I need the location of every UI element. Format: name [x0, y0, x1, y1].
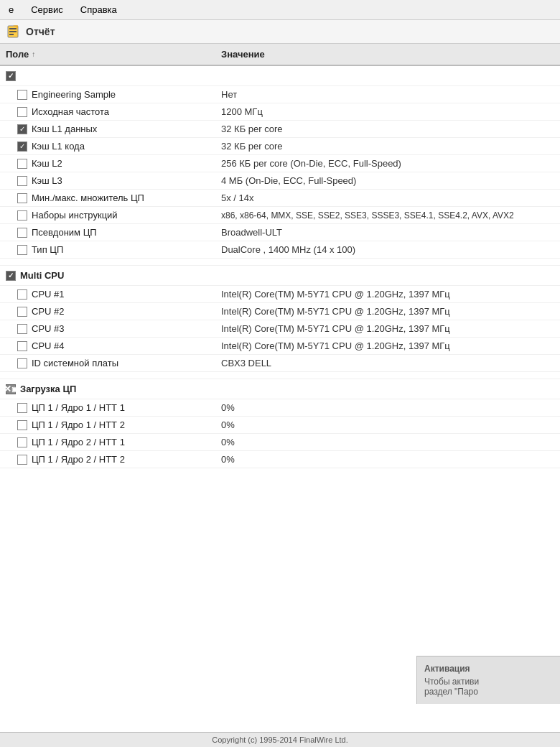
table-row[interactable]: ЦП 1 / Ядро 1 / НТТ 2 0% [0, 417, 560, 434]
table-row[interactable]: Кэш L1 кода 32 КБ per core [0, 138, 560, 155]
table-row[interactable]: Псевдоним ЦП Broadwell-ULT [0, 224, 560, 241]
field-load-1-2-1: ЦП 1 / Ядро 2 / НТТ 1 [0, 435, 215, 450]
table-row[interactable]: CPU #2 Intel(R) Core(TM) M-5Y71 CPU @ 1.… [0, 303, 560, 320]
checkbox-alias[interactable] [17, 228, 27, 238]
field-load-1-1-2: ЦП 1 / Ядро 1 / НТТ 2 [0, 417, 215, 432]
section-label-cpu-load: ✕ Загрузка ЦП [0, 381, 215, 396]
activation-line1: Чтобы активи [424, 677, 553, 687]
table-row[interactable]: CPU #3 Intel(R) Core(TM) M-5Y71 CPU @ 1.… [0, 320, 560, 338]
field-cpu3: CPU #3 [0, 321, 215, 336]
status-text: Copyright (c) 1995-2014 FinalWire Ltd. [212, 736, 348, 744]
toolbar: Отчёт [0, 20, 560, 44]
table-row[interactable]: ЦП 1 / Ядро 2 / НТТ 1 0% [0, 434, 560, 451]
field-alias: Псевдоним ЦП [0, 225, 215, 240]
section-label-multi-cpu: Multi CPU [0, 268, 215, 283]
table-row[interactable]: Кэш L2 256 КБ per core (On-Die, ECC, Ful… [0, 155, 560, 172]
value-cpu1: Intel(R) Core(TM) M-5Y71 CPU @ 1.20GHz, … [215, 287, 560, 302]
checkbox-cpu2[interactable] [17, 307, 27, 317]
status-bar: Copyright (c) 1995-2014 FinalWire Ltd. [0, 732, 560, 747]
table-row[interactable]: CPU #4 Intel(R) Core(TM) M-5Y71 CPU @ 1.… [0, 338, 560, 355]
svg-rect-1 [9, 28, 17, 29]
checkbox-load-1-2-1[interactable] [17, 437, 27, 447]
value-load-1-1-2: 0% [215, 417, 560, 432]
activation-line2: раздел "Паро [424, 687, 553, 697]
checkbox-isa[interactable] [17, 210, 27, 221]
table-row[interactable]: Кэш L3 4 МБ (On-Die, ECC, Full-Speed) [0, 172, 560, 190]
value-cpu-type: DualCore , 1400 MHz (14 x 100) [215, 242, 560, 257]
field-load-1-2-2: ЦП 1 / Ядро 2 / НТТ 2 [0, 452, 215, 467]
field-l1d: Кэш L1 данных [0, 121, 215, 136]
table-header: Поле ↑ Значение [0, 44, 560, 66]
report-icon [6, 24, 20, 39]
field-engineering-sample: Engineering Sample [0, 87, 215, 102]
checkbox-load-1-1-2[interactable] [17, 420, 27, 430]
table-row[interactable]: Наборы инструкций x86, x86-64, MMX, SSE,… [0, 207, 560, 224]
menubar: е Сервис Справка [0, 0, 560, 20]
svg-rect-2 [9, 31, 17, 32]
table-row[interactable]: Тип ЦП DualCore , 1400 MHz (14 x 100) [0, 241, 560, 259]
main-window: е Сервис Справка Отчёт Поле ↑ Значение [0, 0, 560, 747]
activation-overlay: Активация Чтобы активи раздел "Паро [416, 656, 560, 704]
field-l1i: Кэш L1 кода [0, 139, 215, 154]
table-row[interactable]: ЦП 1 / Ядро 1 / НТТ 1 0% [0, 399, 560, 417]
checkbox-l3[interactable] [17, 176, 27, 186]
table-row[interactable]: CPU #1 Intel(R) Core(TM) M-5Y71 CPU @ 1.… [0, 286, 560, 303]
checkbox-cpu1[interactable] [17, 289, 27, 300]
value-cpu4: Intel(R) Core(TM) M-5Y71 CPU @ 1.20GHz, … [215, 338, 560, 353]
menu-item-e[interactable]: е [6, 3, 17, 17]
field-isa: Наборы инструкций [0, 208, 215, 223]
section-checkbox-cpu-properties[interactable] [6, 71, 16, 81]
field-base-freq: Исходная частота [0, 104, 215, 119]
value-cpu2: Intel(R) Core(TM) M-5Y71 CPU @ 1.20GHz, … [215, 304, 560, 319]
value-board-id: CBX3 DELL [215, 356, 560, 371]
table-body[interactable]: Свойства ЦП Engineering Sample Нет Исход… [0, 66, 560, 732]
activation-title: Активация [424, 664, 553, 674]
menu-item-spravka[interactable]: Справка [78, 3, 120, 17]
col-field-header: Поле ↑ [0, 47, 215, 62]
value-alias: Broadwell-ULT [215, 225, 560, 240]
value-l1d: 32 КБ per core [215, 121, 560, 136]
checkbox-load-1-2-2[interactable] [17, 455, 27, 465]
table-row[interactable]: ЦП 1 / Ядро 2 / НТТ 2 0% [0, 451, 560, 468]
section-row-cpu-load[interactable]: ✕ Загрузка ЦП [0, 379, 560, 399]
table-row[interactable]: Исходная частота 1200 МГц [0, 103, 560, 121]
field-multiplier: Мин./макс. множитель ЦП [0, 190, 215, 205]
checkbox-load-1-1-1[interactable] [17, 403, 27, 413]
field-cpu4: CPU #4 [0, 338, 215, 353]
section-row-cpu-properties[interactable]: Свойства ЦП [0, 66, 560, 86]
checkbox-l1i[interactable] [17, 141, 27, 152]
field-l2: Кэш L2 [0, 156, 215, 171]
section-checkbox-cpu-load[interactable]: ✕ [6, 384, 16, 394]
checkbox-cpu4[interactable] [17, 341, 27, 351]
checkbox-l1d[interactable] [17, 124, 27, 134]
table-row[interactable]: Кэш L1 данных 32 КБ per core [0, 121, 560, 138]
checkbox-l2[interactable] [17, 159, 27, 169]
field-cpu1: CPU #1 [0, 287, 215, 302]
value-load-1-1-1: 0% [215, 400, 560, 415]
menu-item-servis[interactable]: Сервис [28, 3, 66, 17]
field-board-id: ID системной платы [0, 356, 215, 371]
value-load-1-2-2: 0% [215, 452, 560, 467]
table-row[interactable]: Мин./макс. множитель ЦП 5x / 14x [0, 190, 560, 207]
value-isa: x86, x86-64, MMX, SSE, SSE2, SSE3, SSSE3… [215, 208, 560, 223]
section-checkbox-multi-cpu[interactable] [6, 271, 16, 281]
spacer-row [0, 259, 560, 266]
table-row[interactable]: ID системной платы CBX3 DELL [0, 355, 560, 372]
svg-rect-3 [9, 34, 14, 35]
value-multiplier: 5x / 14x [215, 190, 560, 205]
checkbox-engineering-sample[interactable] [17, 90, 27, 100]
col-value-header: Значение [215, 47, 560, 62]
checkbox-cpu3[interactable] [17, 324, 27, 334]
field-cpu-type: Тип ЦП [0, 242, 215, 257]
value-engineering-sample: Нет [215, 87, 560, 102]
value-l2: 256 КБ per core (On-Die, ECC, Full-Speed… [215, 156, 560, 171]
checkbox-base-freq[interactable] [17, 107, 27, 117]
checkbox-multiplier[interactable] [17, 193, 27, 203]
checkbox-board-id[interactable] [17, 358, 27, 368]
value-base-freq: 1200 МГц [215, 104, 560, 119]
section-row-multi-cpu[interactable]: Multi CPU [0, 266, 560, 286]
field-load-1-1-1: ЦП 1 / Ядро 1 / НТТ 1 [0, 400, 215, 415]
field-cpu2: CPU #2 [0, 304, 215, 319]
table-row[interactable]: Engineering Sample Нет [0, 86, 560, 103]
checkbox-cpu-type[interactable] [17, 245, 27, 255]
